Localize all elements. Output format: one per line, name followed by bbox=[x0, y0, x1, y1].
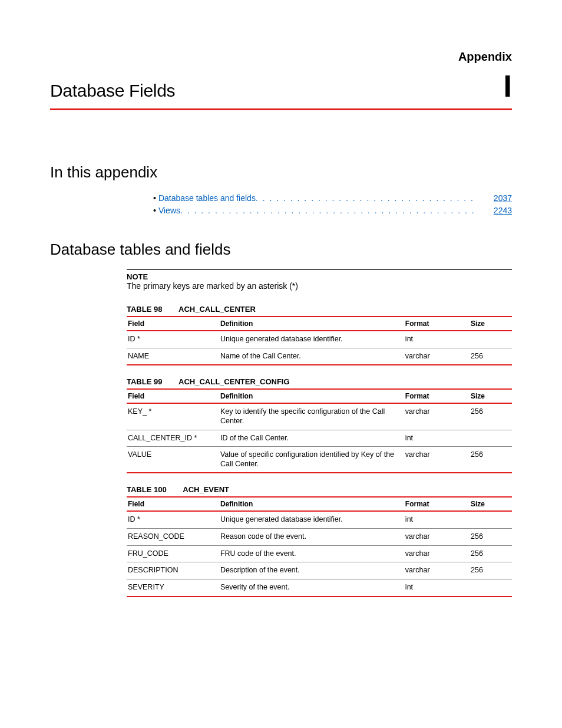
table-row: DESCRIPTION Description of the event. va… bbox=[127, 562, 512, 579]
table-block-98: TABLE 98 ACH_CALL_CENTER Field Definitio… bbox=[127, 305, 512, 365]
cell-definition: ID of the Call Center. bbox=[219, 430, 404, 447]
bullet-icon: • bbox=[153, 205, 156, 217]
table-row: VALUE Value of specific configuration id… bbox=[127, 447, 512, 473]
cell-size bbox=[470, 511, 512, 528]
table-ach-call-center-config: Field Definition Format Size KEY_ * Key … bbox=[127, 388, 512, 473]
toc-item: • Views . . . . . . . . . . . . . . . . … bbox=[153, 205, 512, 217]
cell-format: int bbox=[404, 579, 470, 596]
appendix-letter: I bbox=[504, 71, 512, 101]
section-in-this-appendix: In this appendix bbox=[50, 163, 512, 182]
table-name: ACH_EVENT bbox=[183, 485, 229, 494]
cell-format: int bbox=[404, 430, 470, 447]
note-label: NOTE bbox=[127, 272, 512, 281]
cell-size: 256 bbox=[470, 562, 512, 579]
table-name: ACH_CALL_CENTER_CONFIG bbox=[178, 377, 290, 386]
table-number: TABLE 99 bbox=[127, 377, 162, 386]
table-row: ID * Unique generated database identifie… bbox=[127, 511, 512, 528]
cell-field: REASON_CODE bbox=[127, 529, 219, 546]
cell-size: 256 bbox=[470, 529, 512, 546]
col-field: Field bbox=[127, 317, 219, 331]
cell-definition: Unique generated database identifier. bbox=[219, 331, 404, 348]
section-database-tables-and-fields: Database tables and fields bbox=[50, 241, 512, 259]
table-row: NAME Name of the Call Center. varchar 25… bbox=[127, 348, 512, 365]
table-block-99: TABLE 99 ACH_CALL_CENTER_CONFIG Field De… bbox=[127, 377, 512, 473]
table-caption: TABLE 98 ACH_CALL_CENTER bbox=[127, 305, 512, 314]
title-row: Database Fields I bbox=[50, 71, 512, 108]
note-block: NOTE The primary keys are marked by an a… bbox=[127, 269, 512, 291]
bullet-icon: • bbox=[153, 192, 156, 205]
cell-field: VALUE bbox=[127, 447, 219, 473]
cell-format: varchar bbox=[404, 562, 470, 579]
col-format: Format bbox=[404, 389, 470, 403]
cell-field: SEVERITY bbox=[127, 579, 219, 596]
cell-size: 256 bbox=[470, 447, 512, 473]
title-rule bbox=[50, 108, 512, 110]
cell-definition: Severity of the event. bbox=[219, 579, 404, 596]
table-number: TABLE 98 bbox=[127, 305, 162, 314]
toc-leader: . . . . . . . . . . . . . . . . . . . . … bbox=[180, 205, 477, 217]
table-block-100: TABLE 100 ACH_EVENT Field Definition For… bbox=[127, 485, 512, 597]
table-ach-call-center: Field Definition Format Size ID * Unique… bbox=[127, 316, 512, 365]
cell-definition: Name of the Call Center. bbox=[219, 348, 404, 365]
cell-definition: Description of the event. bbox=[219, 562, 404, 579]
table-row: CALL_CENTER_ID * ID of the Call Center. … bbox=[127, 430, 512, 447]
col-format: Format bbox=[404, 317, 470, 331]
table-caption: TABLE 99 ACH_CALL_CENTER_CONFIG bbox=[127, 377, 512, 386]
table-row: KEY_ * Key to identify the specific conf… bbox=[127, 403, 512, 430]
cell-format: int bbox=[404, 511, 470, 528]
cell-definition: FRU code of the event. bbox=[219, 545, 404, 562]
table-ach-event: Field Definition Format Size ID * Unique… bbox=[127, 496, 512, 597]
cell-size bbox=[470, 579, 512, 596]
cell-format: int bbox=[404, 331, 470, 348]
cell-definition: Unique generated database identifier. bbox=[219, 511, 404, 528]
cell-format: varchar bbox=[404, 545, 470, 562]
cell-definition: Reason code of the event. bbox=[219, 529, 404, 546]
note-text: The primary keys are marked by an asteri… bbox=[127, 281, 512, 291]
cell-size bbox=[470, 430, 512, 447]
table-row: REASON_CODE Reason code of the event. va… bbox=[127, 529, 512, 546]
cell-definition: Value of specific configuration identifi… bbox=[219, 447, 404, 473]
cell-field: CALL_CENTER_ID * bbox=[127, 430, 219, 447]
col-field: Field bbox=[127, 389, 219, 403]
col-definition: Definition bbox=[219, 497, 404, 511]
toc-link-database-tables[interactable]: Database tables and fields bbox=[158, 192, 256, 205]
toc: • Database tables and fields . . . . . .… bbox=[153, 192, 512, 217]
cell-size: 256 bbox=[470, 545, 512, 562]
cell-format: varchar bbox=[404, 529, 470, 546]
cell-format: varchar bbox=[404, 447, 470, 473]
col-field: Field bbox=[127, 497, 219, 511]
cell-format: varchar bbox=[404, 348, 470, 365]
table-caption: TABLE 100 ACH_EVENT bbox=[127, 485, 512, 494]
cell-definition: Key to identify the specific configurati… bbox=[219, 403, 404, 430]
toc-item: • Database tables and fields . . . . . .… bbox=[153, 192, 512, 205]
appendix-label: Appendix bbox=[50, 50, 512, 64]
toc-page-link[interactable]: 2243 bbox=[482, 205, 512, 217]
col-size: Size bbox=[470, 317, 512, 331]
cell-format: varchar bbox=[404, 403, 470, 430]
page-title: Database Fields bbox=[50, 81, 175, 101]
col-size: Size bbox=[470, 497, 512, 511]
col-size: Size bbox=[470, 389, 512, 403]
cell-field: NAME bbox=[127, 348, 219, 365]
cell-size: 256 bbox=[470, 348, 512, 365]
col-definition: Definition bbox=[219, 389, 404, 403]
cell-size bbox=[470, 331, 512, 348]
cell-field: KEY_ * bbox=[127, 403, 219, 430]
col-format: Format bbox=[404, 497, 470, 511]
toc-leader: . . . . . . . . . . . . . . . . . . . . … bbox=[256, 192, 477, 205]
cell-field: FRU_CODE bbox=[127, 545, 219, 562]
cell-size: 256 bbox=[470, 403, 512, 430]
cell-field: ID * bbox=[127, 331, 219, 348]
toc-page-link[interactable]: 2037 bbox=[482, 192, 512, 205]
table-row: ID * Unique generated database identifie… bbox=[127, 331, 512, 348]
table-name: ACH_CALL_CENTER bbox=[178, 305, 256, 314]
toc-link-views[interactable]: Views bbox=[158, 205, 180, 217]
cell-field: ID * bbox=[127, 511, 219, 528]
col-definition: Definition bbox=[219, 317, 404, 331]
table-row: SEVERITY Severity of the event. int bbox=[127, 579, 512, 596]
table-row: FRU_CODE FRU code of the event. varchar … bbox=[127, 545, 512, 562]
table-number: TABLE 100 bbox=[127, 485, 167, 494]
cell-field: DESCRIPTION bbox=[127, 562, 219, 579]
